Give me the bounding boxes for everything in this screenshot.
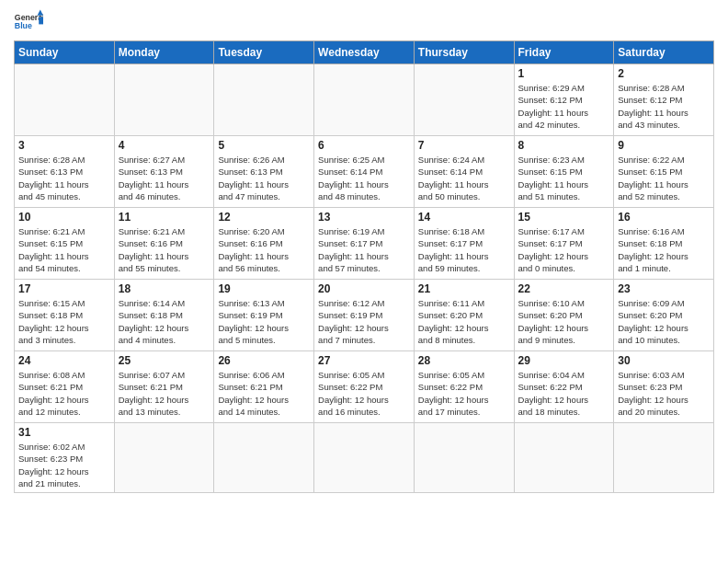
calendar-cell: 29Sunrise: 6:04 AM Sunset: 6:22 PM Dayli… [514,351,614,423]
calendar-cell: 21Sunrise: 6:11 AM Sunset: 6:20 PM Dayli… [414,280,514,351]
day-info: Sunrise: 6:18 AM Sunset: 6:17 PM Dayligh… [418,225,510,274]
day-number: 16 [618,211,710,224]
calendar-cell: 1Sunrise: 6:29 AM Sunset: 6:12 PM Daylig… [514,64,614,136]
calendar-cell: 17Sunrise: 6:15 AM Sunset: 6:18 PM Dayli… [15,280,115,351]
day-number: 15 [518,211,610,224]
day-info: Sunrise: 6:06 AM Sunset: 6:21 PM Dayligh… [218,369,310,418]
calendar-week-row: 10Sunrise: 6:21 AM Sunset: 6:15 PM Dayli… [15,208,714,280]
day-number: 20 [318,282,410,295]
day-info: Sunrise: 6:05 AM Sunset: 6:22 PM Dayligh… [318,369,410,418]
day-number: 26 [218,354,310,367]
calendar-cell: 26Sunrise: 6:06 AM Sunset: 6:21 PM Dayli… [214,351,314,423]
day-info: Sunrise: 6:05 AM Sunset: 6:22 PM Dayligh… [418,369,510,418]
day-number: 18 [119,282,210,295]
day-info: Sunrise: 6:21 AM Sunset: 6:15 PM Dayligh… [18,225,110,274]
calendar-week-row: 24Sunrise: 6:08 AM Sunset: 6:21 PM Dayli… [15,351,714,423]
calendar-cell [114,64,214,136]
day-number: 1 [518,67,610,80]
day-number: 7 [418,139,510,152]
day-info: Sunrise: 6:25 AM Sunset: 6:14 PM Dayligh… [318,154,410,202]
weekday-header-row: SundayMondayTuesdayWednesdayThursdayFrid… [15,41,714,64]
svg-text:Blue: Blue [15,21,32,30]
day-info: Sunrise: 6:22 AM Sunset: 6:15 PM Dayligh… [618,154,710,202]
day-number: 29 [518,354,610,367]
day-info: Sunrise: 6:19 AM Sunset: 6:17 PM Dayligh… [318,225,410,274]
calendar-cell: 25Sunrise: 6:07 AM Sunset: 6:21 PM Dayli… [114,351,214,423]
calendar-cell: 20Sunrise: 6:12 AM Sunset: 6:19 PM Dayli… [314,280,415,351]
calendar-cell [15,64,115,136]
day-info: Sunrise: 6:14 AM Sunset: 6:18 PM Dayligh… [119,297,210,346]
calendar-cell [614,423,714,493]
weekday-header-saturday: Saturday [614,41,714,64]
calendar-cell: 22Sunrise: 6:10 AM Sunset: 6:20 PM Dayli… [514,280,614,351]
day-info: Sunrise: 6:28 AM Sunset: 6:12 PM Dayligh… [618,82,710,131]
calendar-cell: 6Sunrise: 6:25 AM Sunset: 6:14 PM Daylig… [314,136,415,208]
day-info: Sunrise: 6:03 AM Sunset: 6:23 PM Dayligh… [618,369,710,418]
day-number: 9 [618,139,710,152]
logo: General Blue [14,9,43,35]
calendar-cell [314,423,415,493]
calendar-cell: 5Sunrise: 6:26 AM Sunset: 6:13 PM Daylig… [214,136,314,208]
day-number: 13 [318,211,410,224]
day-number: 17 [18,282,110,295]
calendar-cell: 8Sunrise: 6:23 AM Sunset: 6:15 PM Daylig… [514,136,614,208]
weekday-header-friday: Friday [514,41,614,64]
weekday-header-thursday: Thursday [414,41,514,64]
day-info: Sunrise: 6:08 AM Sunset: 6:21 PM Dayligh… [18,369,110,418]
day-number: 25 [119,354,210,367]
day-info: Sunrise: 6:07 AM Sunset: 6:21 PM Dayligh… [119,369,210,418]
calendar-cell [114,423,214,493]
day-number: 23 [618,282,710,295]
day-number: 2 [618,67,710,80]
weekday-header-wednesday: Wednesday [314,41,415,64]
day-info: Sunrise: 6:21 AM Sunset: 6:16 PM Dayligh… [119,225,210,274]
day-number: 3 [18,139,110,152]
calendar-cell: 27Sunrise: 6:05 AM Sunset: 6:22 PM Dayli… [314,351,415,423]
day-info: Sunrise: 6:12 AM Sunset: 6:19 PM Dayligh… [318,297,410,346]
day-info: Sunrise: 6:11 AM Sunset: 6:20 PM Dayligh… [418,297,510,346]
calendar-cell: 31Sunrise: 6:02 AM Sunset: 6:23 PM Dayli… [15,423,115,493]
calendar-cell: 30Sunrise: 6:03 AM Sunset: 6:23 PM Dayli… [614,351,714,423]
calendar-week-row: 31Sunrise: 6:02 AM Sunset: 6:23 PM Dayli… [15,423,714,493]
day-number: 19 [218,282,310,295]
calendar-cell: 2Sunrise: 6:28 AM Sunset: 6:12 PM Daylig… [614,64,714,136]
calendar-cell [414,64,514,136]
day-number: 11 [119,211,210,224]
calendar-cell [314,64,415,136]
calendar-cell: 12Sunrise: 6:20 AM Sunset: 6:16 PM Dayli… [214,208,314,280]
svg-marker-3 [39,17,43,24]
weekday-header-monday: Monday [114,41,214,64]
calendar-table: SundayMondayTuesdayWednesdayThursdayFrid… [14,40,714,493]
calendar-cell: 16Sunrise: 6:16 AM Sunset: 6:18 PM Dayli… [614,208,714,280]
day-info: Sunrise: 6:02 AM Sunset: 6:23 PM Dayligh… [18,441,110,489]
calendar-cell: 28Sunrise: 6:05 AM Sunset: 6:22 PM Dayli… [414,351,514,423]
day-number: 24 [18,354,110,367]
calendar-cell: 3Sunrise: 6:28 AM Sunset: 6:13 PM Daylig… [15,136,115,208]
day-info: Sunrise: 6:04 AM Sunset: 6:22 PM Dayligh… [518,369,610,418]
day-number: 4 [119,139,210,152]
day-info: Sunrise: 6:23 AM Sunset: 6:15 PM Dayligh… [518,154,610,202]
calendar-week-row: 17Sunrise: 6:15 AM Sunset: 6:18 PM Dayli… [15,280,714,351]
day-number: 30 [618,354,710,367]
calendar-cell [214,423,314,493]
calendar-cell: 13Sunrise: 6:19 AM Sunset: 6:17 PM Dayli… [314,208,415,280]
calendar-cell: 9Sunrise: 6:22 AM Sunset: 6:15 PM Daylig… [614,136,714,208]
calendar-cell: 11Sunrise: 6:21 AM Sunset: 6:16 PM Dayli… [114,208,214,280]
day-info: Sunrise: 6:10 AM Sunset: 6:20 PM Dayligh… [518,297,610,346]
day-info: Sunrise: 6:29 AM Sunset: 6:12 PM Dayligh… [518,82,610,131]
day-info: Sunrise: 6:26 AM Sunset: 6:13 PM Dayligh… [218,154,310,202]
day-info: Sunrise: 6:24 AM Sunset: 6:14 PM Dayligh… [418,154,510,202]
generalblue-logo-icon: General Blue [14,9,43,35]
calendar-cell: 19Sunrise: 6:13 AM Sunset: 6:19 PM Dayli… [214,280,314,351]
weekday-header-tuesday: Tuesday [214,41,314,64]
day-number: 21 [418,282,510,295]
day-info: Sunrise: 6:28 AM Sunset: 6:13 PM Dayligh… [18,154,110,202]
day-number: 31 [18,426,110,439]
day-number: 6 [318,139,410,152]
calendar-cell: 23Sunrise: 6:09 AM Sunset: 6:20 PM Dayli… [614,280,714,351]
day-number: 14 [418,211,510,224]
calendar-cell: 14Sunrise: 6:18 AM Sunset: 6:17 PM Dayli… [414,208,514,280]
calendar-cell [514,423,614,493]
calendar-cell: 10Sunrise: 6:21 AM Sunset: 6:15 PM Dayli… [15,208,115,280]
day-info: Sunrise: 6:15 AM Sunset: 6:18 PM Dayligh… [18,297,110,346]
